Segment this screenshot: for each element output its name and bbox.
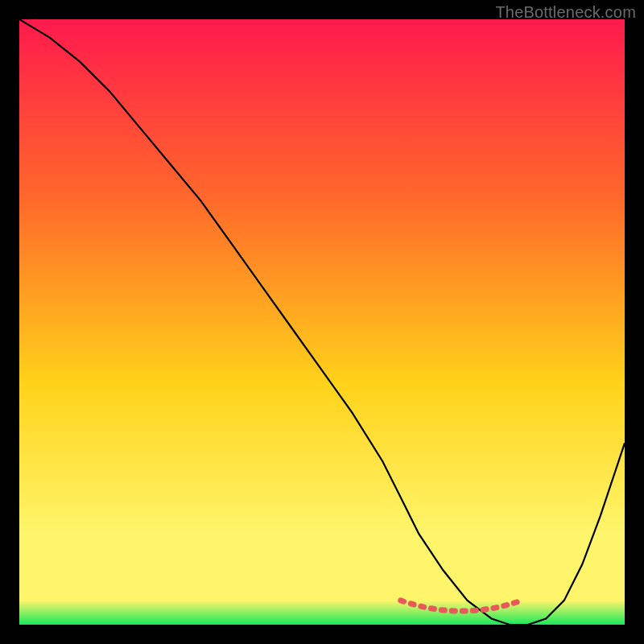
bottleneck-chart xyxy=(19,19,625,625)
watermark-text: TheBottleneck.com xyxy=(495,3,636,22)
gradient-background xyxy=(19,19,625,625)
chart-frame xyxy=(19,19,625,625)
